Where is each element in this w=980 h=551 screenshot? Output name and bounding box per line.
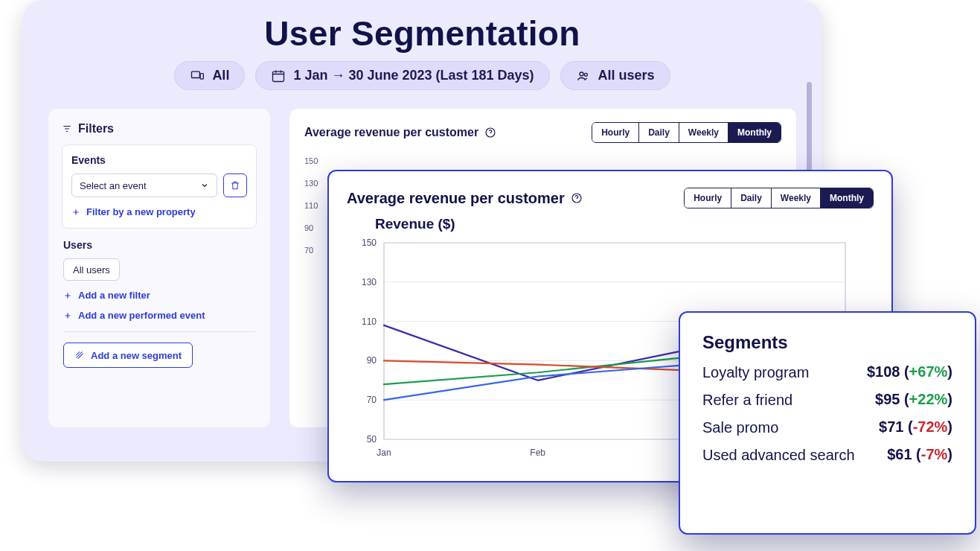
filter-icon bbox=[62, 124, 72, 134]
filter-by-property-button[interactable]: Filter by a new property bbox=[71, 206, 247, 217]
interval-toggle-front: HourlyDailyWeeklyMonthly bbox=[684, 188, 874, 208]
filter-by-property-label: Filter by a new property bbox=[86, 206, 196, 217]
users-pill-label: All users bbox=[598, 68, 655, 83]
front-chart-title: Average revenue per customer bbox=[347, 190, 583, 207]
users-icon bbox=[576, 69, 591, 83]
all-users-chip[interactable]: All users bbox=[63, 258, 120, 281]
segment-row: Loyalty program$108 (+67%) bbox=[702, 363, 952, 382]
users-pill[interactable]: All users bbox=[560, 61, 670, 90]
svg-point-3 bbox=[580, 72, 583, 76]
plus-icon bbox=[71, 208, 80, 217]
interval-hourly[interactable]: Hourly bbox=[685, 188, 731, 208]
y-axis-title: Revenue ($) bbox=[375, 216, 874, 232]
hatch-icon bbox=[74, 350, 85, 360]
plus-icon bbox=[63, 291, 72, 300]
add-segment-label: Add a new segment bbox=[91, 350, 182, 361]
all-users-chip-label: All users bbox=[73, 264, 110, 276]
interval-monthly[interactable]: Monthly bbox=[821, 188, 873, 208]
back-chart-title-text: Average revenue per customer bbox=[304, 126, 478, 139]
svg-point-4 bbox=[584, 73, 587, 76]
interval-monthly[interactable]: Monthly bbox=[728, 123, 781, 142]
interval-weekly[interactable]: Weekly bbox=[679, 123, 728, 142]
calendar-icon bbox=[271, 69, 286, 83]
help-icon[interactable] bbox=[484, 127, 496, 138]
add-performed-event-label: Add a new performed event bbox=[78, 310, 205, 321]
interval-daily[interactable]: Daily bbox=[731, 188, 772, 208]
segment-value: $95 (+22%) bbox=[875, 391, 952, 408]
segment-value: $61 (-7%) bbox=[887, 446, 952, 463]
date-range-label: 1 Jan → 30 June 2023 (Last 181 Days) bbox=[293, 68, 534, 83]
svg-rect-2 bbox=[273, 71, 284, 81]
segment-name: Refer a friend bbox=[702, 391, 792, 410]
add-filter-label: Add a new filter bbox=[78, 290, 150, 301]
devices-pill[interactable]: All bbox=[174, 61, 245, 90]
add-segment-button[interactable]: Add a new segment bbox=[63, 343, 193, 368]
svg-text:70: 70 bbox=[367, 395, 377, 405]
segments-title: Segments bbox=[702, 332, 952, 353]
select-event-placeholder: Select an event bbox=[80, 180, 147, 191]
segment-name: Sale promo bbox=[702, 418, 778, 437]
devices-icon bbox=[190, 69, 205, 83]
segment-name: Loyalty program bbox=[702, 363, 809, 382]
chevron-down-icon bbox=[200, 181, 209, 190]
filters-heading-text: Filters bbox=[78, 122, 114, 136]
interval-weekly[interactable]: Weekly bbox=[772, 188, 821, 208]
svg-text:130: 130 bbox=[362, 277, 377, 287]
svg-text:110: 110 bbox=[362, 316, 377, 327]
events-label: Events bbox=[71, 154, 247, 166]
segment-value: $108 (+67%) bbox=[867, 363, 952, 380]
segment-row: Used advanced search$61 (-7%) bbox=[702, 446, 952, 465]
interval-daily[interactable]: Daily bbox=[639, 123, 679, 142]
segment-value: $71 (-72%) bbox=[879, 418, 952, 436]
segments-card: Segments Loyalty program$108 (+67%)Refer… bbox=[679, 311, 976, 535]
events-block: Events Select an event Filter by a new p… bbox=[62, 144, 257, 229]
select-event-dropdown[interactable]: Select an event bbox=[71, 173, 217, 197]
svg-text:Feb: Feb bbox=[530, 448, 545, 458]
y-tick: 150 bbox=[304, 156, 781, 165]
filters-heading: Filters bbox=[62, 122, 257, 136]
filters-panel: Filters Events Select an event Filter by bbox=[48, 108, 271, 428]
segment-name: Used advanced search bbox=[702, 446, 855, 465]
back-chart-title: Average revenue per customer bbox=[304, 126, 496, 139]
segment-row: Refer a friend$95 (+22%) bbox=[702, 391, 952, 410]
svg-rect-1 bbox=[201, 73, 204, 79]
trash-icon bbox=[230, 180, 240, 191]
svg-text:50: 50 bbox=[367, 434, 377, 445]
svg-text:90: 90 bbox=[367, 355, 377, 366]
divider bbox=[63, 331, 255, 332]
plus-icon bbox=[63, 311, 72, 320]
svg-text:150: 150 bbox=[362, 238, 377, 248]
page-title: User Segmentation bbox=[22, 13, 822, 54]
svg-rect-0 bbox=[192, 71, 200, 77]
help-icon[interactable] bbox=[571, 192, 583, 204]
filter-pill-row: All 1 Jan → 30 June 2023 (Last 181 Days)… bbox=[22, 61, 822, 90]
interval-hourly[interactable]: Hourly bbox=[592, 123, 639, 142]
front-chart-title-text: Average revenue per customer bbox=[347, 190, 565, 207]
devices-pill-label: All bbox=[212, 68, 229, 83]
delete-event-button[interactable] bbox=[223, 173, 247, 197]
date-range-pill[interactable]: 1 Jan → 30 June 2023 (Last 181 Days) bbox=[255, 61, 549, 90]
users-block: Users All users Add a new filter Add a n… bbox=[62, 239, 257, 368]
interval-toggle-back: HourlyDailyWeeklyMonthly bbox=[592, 122, 781, 143]
segment-row: Sale promo$71 (-72%) bbox=[702, 418, 952, 437]
add-filter-button[interactable]: Add a new filter bbox=[63, 290, 255, 301]
svg-text:Jan: Jan bbox=[377, 448, 391, 458]
users-label: Users bbox=[63, 239, 255, 251]
add-performed-event-button[interactable]: Add a new performed event bbox=[63, 310, 255, 321]
